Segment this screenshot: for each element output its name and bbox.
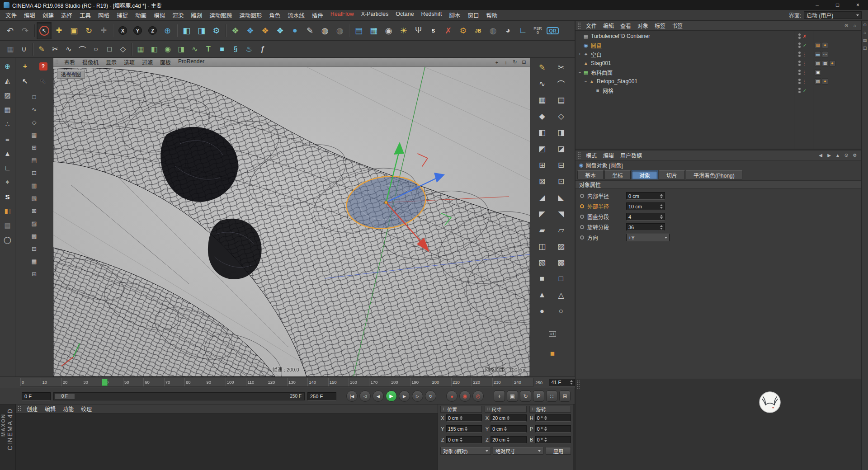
turbulencefd-icon[interactable]: S: [426, 22, 441, 39]
object-manager-menu-item[interactable]: 标签: [651, 22, 669, 29]
palette-tool-icon[interactable]: ▦: [29, 129, 40, 140]
stepper[interactable]: [660, 215, 663, 219]
octane-icon[interactable]: ◍: [317, 22, 332, 39]
modeling-toolbar-icon[interactable]: [33, 43, 33, 56]
command-icon[interactable]: ✂: [553, 60, 569, 75]
home-icon[interactable]: ⌂: [863, 30, 866, 35]
material-menu-item[interactable]: 编辑: [41, 405, 59, 413]
z-axis-lock-icon[interactable]: Z: [145, 22, 160, 39]
pen-tool-icon[interactable]: ✎: [35, 42, 48, 56]
command-icon[interactable]: ⊡: [553, 174, 569, 189]
history-forward-icon[interactable]: ▶: [826, 152, 833, 159]
palette-tool-icon[interactable]: ▧: [29, 193, 40, 203]
search-icon[interactable]: ⊙: [863, 23, 867, 27]
render-settings-icon[interactable]: ⚙: [209, 22, 224, 39]
viewport-menu-item[interactable]: 摄像机: [79, 58, 102, 66]
attribute-tab[interactable]: 对象: [632, 170, 658, 179]
maximize-button[interactable]: □: [827, 0, 848, 10]
team-render-icon[interactable]: ▤: [351, 22, 366, 39]
attribute-tab[interactable]: 基本: [577, 170, 604, 179]
toolbar-icon[interactable]: [34, 24, 35, 37]
coordinate-input[interactable]: 0 cm: [446, 436, 482, 443]
command-icon[interactable]: ◪: [553, 141, 569, 156]
attribute-menu-item[interactable]: 用户数据: [617, 151, 645, 159]
attribute-input[interactable]: 36: [626, 223, 665, 231]
expander-icon[interactable]: −: [583, 79, 588, 84]
menu-item[interactable]: 模拟: [150, 11, 169, 19]
apply-button[interactable]: 应用: [546, 447, 571, 455]
enable-state-icon[interactable]: ✗: [802, 34, 807, 39]
material-menu-item[interactable]: 纹理: [77, 405, 95, 413]
array-generator-icon[interactable]: ❖: [228, 22, 243, 39]
object-row[interactable]: ▦ TurbulenceFD Container ✗: [576, 32, 861, 41]
stepper[interactable]: [660, 225, 663, 230]
x-particles-icon[interactable]: ✗: [441, 22, 456, 39]
menu-item[interactable]: 动画: [132, 11, 150, 19]
gear-plugin-icon[interactable]: ⚙: [456, 22, 471, 39]
prev-frame-button[interactable]: ◀: [373, 390, 384, 402]
coordinate-input[interactable]: 0 cm: [446, 414, 482, 422]
object-name[interactable]: Retopo_Stag001: [597, 78, 637, 85]
palette-tool-icon[interactable]: □: [29, 91, 40, 102]
record-parameter-toggle[interactable]: P: [533, 390, 544, 402]
palette-tool-icon[interactable]: ∿: [29, 104, 40, 115]
palette-tool-icon[interactable]: ▩: [29, 230, 40, 241]
keyframe-dot[interactable]: [580, 204, 584, 208]
object-tag-icon[interactable]: ▦: [822, 60, 828, 66]
object-tag-icon[interactable]: ▨: [815, 60, 821, 66]
object-name[interactable]: 圆盘: [591, 42, 602, 49]
lock-workplane-icon[interactable]: ▤: [2, 220, 14, 231]
command-icon[interactable]: ◆: [534, 108, 550, 124]
object-row[interactable]: − ▲ Retopo_Stag001 ⋮ ▨●: [576, 77, 861, 86]
grip-handle[interactable]: [18, 406, 21, 412]
workplane-cube-icon[interactable]: ■: [544, 346, 561, 362]
view-name-chip[interactable]: 透视视图: [57, 70, 85, 79]
palette-tool-icon[interactable]: ⊞: [29, 142, 40, 153]
menu-item[interactable]: 网格: [94, 11, 113, 19]
range-handle[interactable]: 0 F: [54, 393, 75, 400]
palette-tool-icon[interactable]: ▥: [29, 180, 40, 191]
object-manager-menu-item[interactable]: 编辑: [600, 22, 617, 29]
metaball-generator-icon[interactable]: ❖: [258, 22, 273, 39]
command-icon[interactable]: ○: [553, 304, 569, 319]
enable-state-icon[interactable]: ✓: [802, 88, 807, 93]
command-icon[interactable]: ∿: [534, 76, 550, 91]
subdivision-surface-icon[interactable]: ▦: [134, 42, 147, 56]
viewport-canvas[interactable]: [53, 67, 530, 376]
menu-item[interactable]: 渲染: [169, 11, 187, 19]
palette-tool-icon[interactable]: ⊞: [29, 268, 40, 279]
grip-handle[interactable]: [577, 152, 581, 159]
record-scale-toggle[interactable]: ▣: [507, 390, 518, 402]
object-tag-icon[interactable]: ⋯: [822, 51, 828, 57]
minimize-button[interactable]: –: [807, 0, 827, 10]
toolbar-icon[interactable]: [113, 24, 113, 37]
toolbar-icon[interactable]: [349, 24, 349, 37]
enable-state-icon[interactable]: ⋮: [802, 61, 807, 66]
coordinate-input[interactable]: 155 cm: [446, 425, 482, 432]
command-icon[interactable]: □: [553, 271, 569, 287]
object-tag-icon[interactable]: ▬: [815, 51, 821, 57]
object-tag-icon[interactable]: ●: [822, 42, 828, 48]
menu-item[interactable]: 窗口: [464, 11, 482, 19]
record-position-toggle[interactable]: +: [494, 390, 505, 402]
next-frame-button[interactable]: ▶: [399, 390, 410, 402]
object-row[interactable]: − ▦ 布料曲面 ⋮ ▣: [576, 68, 861, 77]
viewport-menu-item[interactable]: 显示: [102, 58, 120, 66]
loop-button[interactable]: ↻: [425, 390, 436, 402]
symmetry-generator-icon[interactable]: ❖: [273, 22, 288, 39]
command-icon[interactable]: ⊞: [534, 157, 550, 173]
black-cursor-icon[interactable]: ↖: [37, 74, 50, 88]
object-name[interactable]: Stag001: [591, 60, 611, 66]
realflow-icon[interactable]: ●: [288, 22, 302, 39]
object-row[interactable]: ▲ Stag001 ⋮ ▨▦●: [576, 59, 861, 68]
attribute-menu-item[interactable]: 编辑: [600, 151, 617, 159]
search-icon[interactable]: ⊙: [843, 152, 850, 159]
preview-range-slider[interactable]: 0 F 250 F: [53, 392, 305, 400]
toolbar-icon[interactable]: [177, 24, 177, 37]
menu-item[interactable]: 创建: [39, 11, 57, 19]
palette-tool-icon[interactable]: ⊟: [29, 243, 40, 254]
parent-object-icon[interactable]: ▲: [834, 152, 841, 159]
loft-icon[interactable]: ◨: [175, 42, 188, 56]
menu-item[interactable]: 雕刻: [187, 11, 206, 19]
undo-icon[interactable]: ↶: [3, 22, 18, 39]
